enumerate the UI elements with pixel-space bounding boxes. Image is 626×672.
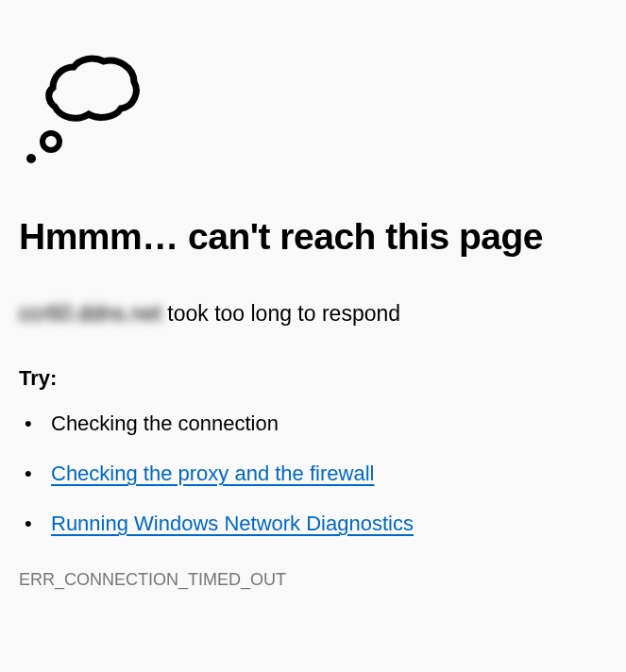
svg-point-1 xyxy=(26,154,36,163)
suggestions-list: Checking the connection Checking the pro… xyxy=(19,412,607,536)
try-label: Try: xyxy=(19,366,607,391)
suggestion-item: Running Windows Network Diagnostics xyxy=(19,512,607,536)
suggestion-item: Checking the proxy and the firewall xyxy=(19,462,607,486)
proxy-firewall-link[interactable]: Checking the proxy and the firewall xyxy=(51,462,374,485)
svg-point-0 xyxy=(42,133,59,150)
error-code: ERR_CONNECTION_TIMED_OUT xyxy=(19,570,607,590)
suggestion-text: Checking the connection xyxy=(51,412,279,435)
page-title: Hmmm… can't reach this page xyxy=(19,216,607,258)
thought-cloud-icon xyxy=(19,42,607,169)
suggestion-item: Checking the connection xyxy=(19,412,607,436)
subtitle-message: took too long to respond xyxy=(161,301,400,326)
network-diagnostics-link[interactable]: Running Windows Network Diagnostics xyxy=(51,512,414,535)
error-subtitle: ccr60.ddns.net took too long to respond xyxy=(19,301,607,327)
host-name: ccr60.ddns.net xyxy=(19,301,161,326)
